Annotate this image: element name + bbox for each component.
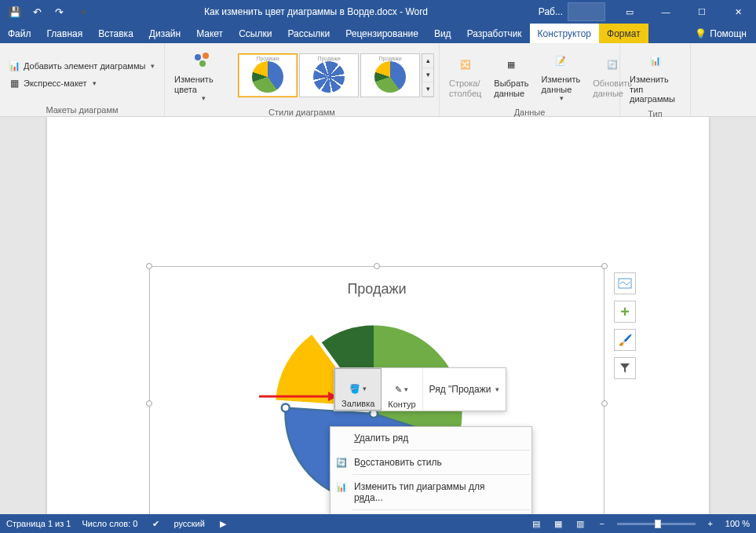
menu-separator	[352, 450, 530, 451]
tab-design[interactable]: Дизайн	[141, 24, 188, 43]
style-thumb-2[interactable]: Продажи	[299, 53, 359, 97]
tab-format[interactable]: Формат	[599, 24, 648, 43]
tab-developer[interactable]: Разработчик	[459, 24, 530, 43]
view-read-icon[interactable]: ▤	[529, 517, 543, 531]
edit-data-button[interactable]: 📝 Изменить данные▾	[537, 45, 586, 106]
switch-icon: 🔀	[453, 52, 478, 77]
chart-styles-button[interactable]: 🖌️	[614, 329, 636, 351]
tab-mailings[interactable]: Рассылки	[279, 24, 338, 43]
tab-insert[interactable]: Вставка	[90, 24, 141, 43]
status-bar: Страница 1 из 1 Число слов: 0 ✔ русский …	[0, 514, 756, 533]
chart-elements-button[interactable]	[614, 272, 636, 294]
chart-styles-gallery: Продажи Продажи Продажи ▴▾▾	[238, 53, 434, 97]
chart-icon: 📊	[335, 480, 348, 493]
view-web-icon[interactable]: ▥	[573, 517, 587, 531]
tab-home[interactable]: Главная	[39, 24, 91, 43]
account-placeholder	[568, 2, 605, 21]
minimize-icon[interactable]: —	[648, 0, 684, 24]
resize-handle[interactable]	[146, 263, 152, 269]
quick-access-toolbar: 💾 ↶ ↷ ▾	[0, 2, 98, 22]
chart-side-tools: + 🖌️	[614, 272, 636, 379]
resize-handle[interactable]	[374, 263, 380, 269]
svg-point-0	[195, 54, 201, 60]
series-combo[interactable]: Ряд "Продажи▾	[423, 368, 506, 411]
status-language[interactable]: русский	[173, 519, 204, 528]
edit-data-icon: 📝	[548, 48, 573, 73]
mini-toolbar: 🪣▾ Заливка ✎▾ Контур Ряд "Продажи▾	[334, 367, 506, 411]
menu-separator	[352, 474, 530, 475]
menu-reset-style[interactable]: 🔄 Восстановить стиль	[331, 453, 531, 472]
tab-references[interactable]: Ссылки	[231, 24, 279, 43]
bulb-icon: 💡	[695, 28, 707, 39]
group-label-layouts: Макеты диаграмм	[0, 105, 164, 116]
quick-layout-button[interactable]: ▦Экспресс-макет▾	[5, 75, 158, 91]
tab-view[interactable]: Вид	[426, 24, 459, 43]
tell-me[interactable]: 💡Помощн	[685, 24, 756, 43]
zoom-slider[interactable]	[617, 523, 696, 525]
qat-customize-icon[interactable]: ▾	[73, 2, 93, 22]
view-print-icon[interactable]: ▦	[551, 517, 565, 531]
chart-filter-button[interactable]	[614, 357, 636, 379]
svg-point-2	[199, 60, 206, 67]
tab-layout[interactable]: Макет	[188, 24, 231, 43]
refresh-icon: 🔄	[600, 52, 625, 77]
zoom-level[interactable]: 100 %	[725, 519, 750, 528]
redo-icon[interactable]: ↷	[49, 2, 69, 22]
undo-icon[interactable]: ↶	[27, 2, 47, 22]
title-bar: 💾 ↶ ↷ ▾ Как изменить цвет диаграммы в Во…	[0, 0, 756, 24]
chart-title[interactable]: Продажи	[150, 281, 604, 298]
reset-icon: 🔄	[335, 456, 348, 469]
select-data-icon: ▦	[499, 52, 524, 77]
menu-separator	[352, 509, 530, 510]
document-area: Продажи Кв	[0, 117, 756, 514]
zoom-in-button[interactable]: +	[703, 517, 718, 531]
document-title: Как изменить цвет диаграммы в Ворде.docx…	[98, 6, 534, 17]
gallery-scroll[interactable]: ▴▾▾	[422, 53, 434, 97]
refresh-data-button: 🔄 Обновить данные	[588, 49, 637, 101]
resize-handle[interactable]	[601, 263, 608, 269]
resize-handle[interactable]	[601, 400, 608, 407]
outline-button[interactable]: ✎▾ Контур	[382, 368, 422, 411]
save-icon[interactable]: 💾	[5, 2, 25, 22]
close-icon[interactable]: ✕	[720, 0, 756, 24]
ribbon-options-icon[interactable]: ▭	[612, 0, 648, 24]
context-menu: Удалить ряд 🔄 Восстановить стиль 📊 Измен…	[330, 426, 532, 514]
macro-icon[interactable]: ▶	[216, 517, 230, 531]
style-thumb-1[interactable]: Продажи	[238, 53, 298, 97]
account-name[interactable]: Раб...	[534, 6, 568, 17]
fill-icon: 🪣▾	[349, 380, 367, 397]
tab-file[interactable]: Файл	[0, 24, 39, 43]
outline-icon: ✎▾	[393, 381, 411, 398]
zoom-out-button[interactable]: −	[595, 517, 609, 531]
select-data-button[interactable]: ▦ Выбрать данные	[489, 49, 533, 101]
svg-point-4	[282, 404, 290, 412]
switch-row-col-button: 🔀 Строка/ столбец	[444, 49, 486, 101]
ribbon-panel: 📊Добавить элемент диаграммы▾ ▦Экспресс-м…	[0, 43, 756, 117]
blank-icon	[335, 432, 348, 444]
ribbon-tabs: Файл Главная Вставка Дизайн Макет Ссылки…	[0, 24, 756, 43]
palette-icon	[190, 48, 215, 73]
add-element-plus-button[interactable]: +	[614, 301, 636, 323]
menu-change-type-series[interactable]: 📊 Изменить тип диаграммы для ряда...	[331, 477, 531, 507]
style-thumb-3[interactable]: Продажи	[360, 53, 420, 97]
maximize-icon[interactable]: ☐	[684, 0, 720, 24]
menu-delete-series[interactable]: Удалить ряд	[331, 429, 531, 447]
tab-constructor[interactable]: Конструктор	[530, 24, 599, 43]
chart-type-icon: 📊	[643, 48, 668, 73]
spellcheck-icon[interactable]: ✔	[148, 517, 163, 531]
quick-layout-icon: ▦	[8, 77, 20, 89]
add-chart-element-button[interactable]: 📊Добавить элемент диаграммы▾	[5, 58, 158, 74]
resize-handle[interactable]	[146, 400, 152, 407]
status-words[interactable]: Число слов: 0	[82, 519, 137, 528]
fill-button[interactable]: 🪣▾ Заливка	[334, 368, 382, 411]
add-element-icon: 📊	[8, 60, 20, 72]
tab-review[interactable]: Рецензирование	[338, 24, 426, 43]
change-colors-button[interactable]: Изменить цвета▾	[170, 45, 235, 106]
status-page[interactable]: Страница 1 из 1	[6, 519, 71, 528]
svg-point-1	[203, 53, 209, 59]
